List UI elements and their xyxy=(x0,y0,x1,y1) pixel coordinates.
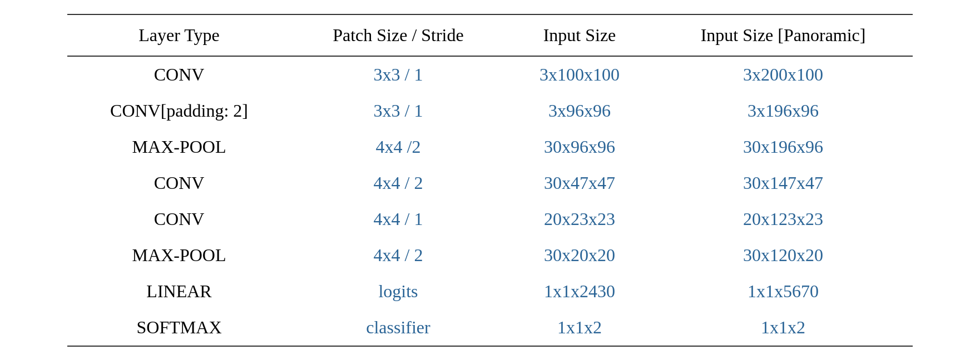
cell-input-size: 30x20x20 xyxy=(506,237,654,273)
table-row: CONV4x4 / 120x23x2320x123x23 xyxy=(67,201,913,237)
cell-input-size-panoramic: 30x147x47 xyxy=(654,165,913,201)
network-layers-table: Layer Type Patch Size / Stride Input Siz… xyxy=(67,14,913,347)
table-row: CONV[padding: 2]3x3 / 13x96x963x196x96 xyxy=(67,93,913,129)
table-row: LINEARlogits1x1x24301x1x5670 xyxy=(67,273,913,309)
cell-input-size: 30x47x47 xyxy=(506,165,654,201)
cell-input-size-panoramic: 20x123x23 xyxy=(654,201,913,237)
cell-patch-size: 4x4 / 2 xyxy=(291,237,506,273)
cell-layer-type: CONV xyxy=(67,56,291,93)
col-header-patch-size: Patch Size / Stride xyxy=(291,14,506,56)
cell-layer-type: MAX-POOL xyxy=(67,237,291,273)
cell-layer-type: MAX-POOL xyxy=(67,129,291,165)
cell-patch-size: logits xyxy=(291,273,506,309)
cell-patch-size: 4x4 / 2 xyxy=(291,165,506,201)
cell-layer-type: LINEAR xyxy=(67,273,291,309)
cell-layer-type: CONV xyxy=(67,165,291,201)
cell-input-size: 1x1x2 xyxy=(506,309,654,346)
table-row: CONV4x4 / 230x47x4730x147x47 xyxy=(67,165,913,201)
cell-input-size-panoramic: 1x1x5670 xyxy=(654,273,913,309)
table-header-row: Layer Type Patch Size / Stride Input Siz… xyxy=(67,14,913,56)
cell-input-size-panoramic: 1x1x2 xyxy=(654,309,913,346)
cell-input-size: 20x23x23 xyxy=(506,201,654,237)
cell-input-size: 3x96x96 xyxy=(506,93,654,129)
cell-input-size-panoramic: 30x120x20 xyxy=(654,237,913,273)
cell-input-size: 1x1x2430 xyxy=(506,273,654,309)
cell-input-size: 30x96x96 xyxy=(506,129,654,165)
cell-input-size-panoramic: 30x196x96 xyxy=(654,129,913,165)
col-header-layer-type: Layer Type xyxy=(67,14,291,56)
cell-patch-size: 4x4 /2 xyxy=(291,129,506,165)
cell-input-size: 3x100x100 xyxy=(506,56,654,93)
table-row: MAX-POOL4x4 / 230x20x2030x120x20 xyxy=(67,237,913,273)
cell-layer-type: CONV[padding: 2] xyxy=(67,93,291,129)
cell-patch-size: 3x3 / 1 xyxy=(291,93,506,129)
cell-input-size-panoramic: 3x196x96 xyxy=(654,93,913,129)
cell-input-size-panoramic: 3x200x100 xyxy=(654,56,913,93)
table-row: SOFTMAXclassifier1x1x21x1x2 xyxy=(67,309,913,346)
cell-patch-size: classifier xyxy=(291,309,506,346)
table-row: MAX-POOL4x4 /230x96x9630x196x96 xyxy=(67,129,913,165)
cell-patch-size: 3x3 / 1 xyxy=(291,56,506,93)
cell-patch-size: 4x4 / 1 xyxy=(291,201,506,237)
col-header-input-size: Input Size xyxy=(506,14,654,56)
col-header-input-size-panoramic: Input Size [Panoramic] xyxy=(654,14,913,56)
table-row: CONV3x3 / 13x100x1003x200x100 xyxy=(67,56,913,93)
cell-layer-type: CONV xyxy=(67,201,291,237)
table-container: Layer Type Patch Size / Stride Input Siz… xyxy=(45,3,935,358)
cell-layer-type: SOFTMAX xyxy=(67,309,291,346)
